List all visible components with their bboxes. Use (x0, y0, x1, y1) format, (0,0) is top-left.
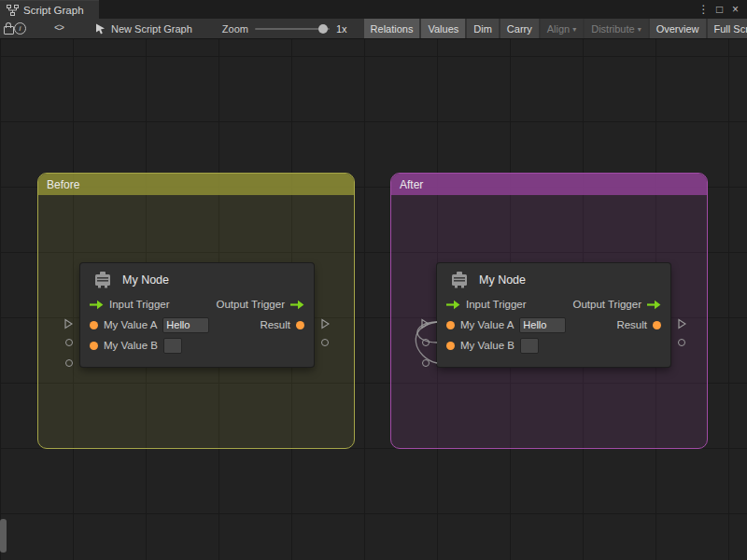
group-before[interactable]: Before My Node Input Trigger Output Trig… (37, 173, 355, 449)
value-a-input[interactable] (162, 317, 209, 333)
node-title: My Node (479, 273, 526, 287)
fullscreen-button[interactable]: Full Scr (708, 19, 747, 38)
pointer-icon (95, 23, 106, 35)
value-b-input[interactable] (163, 338, 182, 354)
my-node-before[interactable]: My Node Input Trigger Output Trigger My … (80, 263, 314, 367)
result-label: Result (616, 319, 647, 330)
relations-button[interactable]: Relations (364, 19, 420, 38)
script-graph-icon (7, 5, 19, 16)
value-b-outer-port[interactable] (65, 359, 73, 367)
node-header: My Node (437, 263, 670, 294)
flow-input-icon[interactable] (446, 300, 460, 310)
code-icon[interactable]: <> (54, 19, 63, 38)
my-node-after[interactable]: My Node Input Trigger Output Trigger My … (437, 263, 670, 367)
value-b-label: My Value B (104, 340, 158, 351)
value-a-outer-port[interactable] (422, 339, 430, 346)
zoom-label: Zoom (222, 23, 248, 35)
value-a-input[interactable] (519, 317, 566, 333)
group-before-header[interactable]: Before (38, 174, 354, 195)
output-trigger-label: Output Trigger (572, 299, 641, 310)
dim-button[interactable]: Dim (467, 19, 499, 38)
result-port-icon[interactable] (653, 321, 661, 329)
node-header: My Node (80, 263, 314, 294)
vertical-scrollbar-thumb[interactable] (0, 519, 7, 553)
align-button[interactable]: Align▾ (541, 19, 583, 38)
zoom-slider[interactable] (255, 28, 330, 30)
zoom-slider-thumb[interactable] (318, 24, 328, 34)
group-after-header[interactable]: After (391, 174, 707, 195)
flow-port-row: Input Trigger Output Trigger (437, 294, 670, 315)
graph-reference-button[interactable]: New Script Graph (95, 23, 192, 35)
value-b-outer-port[interactable] (422, 359, 430, 367)
result-label: Result (260, 319, 290, 330)
group-after-label: After (400, 178, 423, 191)
flow-input-icon[interactable] (90, 300, 104, 310)
value-a-outer-port[interactable] (65, 339, 73, 346)
result-port-icon[interactable] (296, 321, 304, 329)
maximize-icon[interactable]: □ (712, 0, 726, 19)
value-b-input[interactable] (520, 338, 539, 354)
flow-output-outer-port[interactable] (321, 316, 330, 333)
group-after[interactable]: After My Node Input Trigger Output Trigg… (390, 173, 708, 449)
value-b-port-icon[interactable] (90, 342, 98, 350)
tab-bar: Script Graph ⋮ □ × (0, 0, 747, 19)
carry-button[interactable]: Carry (500, 19, 539, 38)
value-a-port-icon[interactable] (90, 321, 98, 329)
overview-button[interactable]: Overview (650, 19, 706, 38)
result-outer-port[interactable] (321, 339, 329, 346)
lock-icon[interactable] (4, 19, 14, 38)
result-outer-port[interactable] (678, 339, 685, 346)
flow-port-row: Input Trigger Output Trigger (80, 294, 314, 315)
close-icon[interactable]: × (728, 0, 742, 19)
values-button[interactable]: Values (421, 19, 465, 38)
tab-title: Script Graph (23, 5, 84, 16)
node-title: My Node (122, 273, 169, 287)
flow-output-outer-port[interactable] (678, 316, 686, 333)
input-trigger-label: Input Trigger (466, 299, 527, 310)
value-b-row: My Value B (437, 335, 670, 356)
flow-output-icon[interactable] (290, 300, 304, 310)
graph-canvas[interactable]: Before My Node Input Trigger Output Trig… (0, 39, 747, 560)
flow-input-outer-port[interactable] (64, 316, 73, 333)
tab-script-graph[interactable]: Script Graph (0, 0, 99, 19)
unit-icon (92, 269, 114, 291)
flow-input-outer-port[interactable] (421, 316, 430, 333)
zoom-control: Zoom 1x (222, 23, 347, 35)
kebab-menu-icon[interactable]: ⋮ (697, 0, 711, 19)
value-a-row: My Value A Result (437, 315, 670, 335)
value-b-label: My Value B (460, 340, 514, 351)
value-b-row: My Value B (80, 335, 314, 356)
value-b-port-icon[interactable] (446, 342, 455, 350)
flow-output-icon[interactable] (647, 300, 661, 310)
toolbar-buttons: Relations Values Dim Carry Align▾ Distri… (364, 19, 747, 38)
graph-toolbar: i <> New Script Graph Zoom 1x Relations … (0, 19, 747, 39)
output-trigger-label: Output Trigger (216, 299, 285, 310)
value-a-label: My Value A (460, 319, 514, 330)
value-a-label: My Value A (104, 319, 157, 330)
group-before-label: Before (47, 178, 79, 191)
graph-name: New Script Graph (111, 23, 192, 35)
chevron-down-icon: ▾ (572, 25, 576, 34)
unit-icon (448, 269, 471, 291)
info-icon[interactable]: i (14, 19, 26, 38)
zoom-value: 1x (336, 23, 347, 35)
value-a-port-icon[interactable] (446, 321, 455, 329)
distribute-button[interactable]: Distribute▾ (585, 19, 647, 38)
window-controls: ⋮ □ × (697, 0, 747, 19)
carried-connection-wires (402, 304, 439, 379)
value-a-row: My Value A Result (80, 315, 314, 335)
input-trigger-label: Input Trigger (109, 299, 170, 310)
chevron-down-icon: ▾ (638, 25, 641, 34)
